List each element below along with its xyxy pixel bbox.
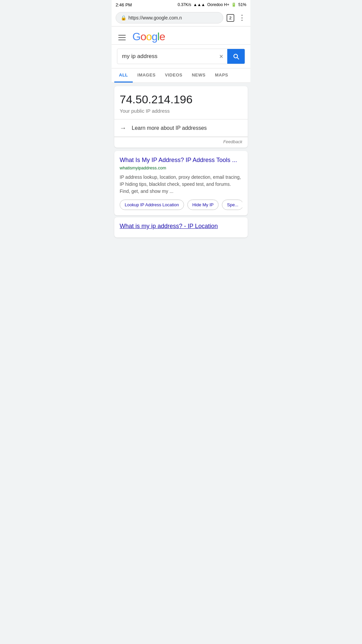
result-1-url: whatismyipaddress.com	[120, 165, 242, 170]
search-icon	[232, 53, 240, 60]
tab-videos[interactable]: VIDEOS	[160, 68, 187, 83]
tab-news[interactable]: NEWS	[187, 68, 210, 83]
url-text: https://www.google.com.n	[128, 15, 182, 20]
result-1-links: Lookup IP Address Location Hide My IP Sp…	[120, 200, 242, 210]
result-1-description: IP address lookup, location, proxy detec…	[120, 174, 242, 195]
tab-maps[interactable]: MAPS	[210, 68, 233, 83]
time-display: 2:46 PM	[116, 2, 132, 7]
learn-more-text: Learn more about IP addresses	[132, 125, 207, 131]
search-clear-button[interactable]: ×	[215, 53, 227, 60]
ip-address-value: 74.50.214.196	[120, 93, 242, 106]
search-result-2-partial: What is my ip address? - IP Location	[114, 217, 248, 237]
signal-icon: ▲▲▲	[193, 2, 205, 7]
result-2-title[interactable]: What is my ip address? - IP Location	[120, 223, 218, 229]
hamburger-menu[interactable]	[117, 34, 127, 42]
browser-chrome: 🔒 https://www.google.com.n 2 ⋮	[112, 9, 250, 26]
google-logo: Google	[132, 31, 165, 43]
search-input[interactable]	[117, 53, 215, 60]
result-link-hide[interactable]: Hide My IP	[187, 200, 219, 210]
tab-images[interactable]: IMAGES	[133, 68, 160, 83]
tabs-button[interactable]: 2	[227, 14, 234, 22]
learn-more-row[interactable]: → Learn more about IP addresses	[120, 119, 242, 137]
tab-all[interactable]: ALL	[114, 68, 133, 83]
feedback-row: Feedback	[114, 137, 248, 148]
lock-icon: 🔒	[121, 15, 126, 20]
battery-icon: 🔋	[231, 2, 236, 7]
result-link-lookup[interactable]: Lookup IP Address Location	[120, 200, 184, 210]
carrier-name: Ooredoo H+	[207, 2, 229, 7]
result-link-speed[interactable]: Spe...	[222, 200, 242, 210]
status-bar: 2:46 PM 0.37K/s ▲▲▲ Ooredoo H+ 🔋 51%	[112, 0, 250, 9]
search-tabs: ALL IMAGES VIDEOS NEWS MAPS	[112, 68, 250, 83]
url-bar[interactable]: 🔒 https://www.google.com.n	[116, 12, 223, 23]
status-right-icons: 0.37K/s ▲▲▲ Ooredoo H+ 🔋 51%	[178, 2, 246, 7]
search-submit-button[interactable]	[227, 49, 245, 64]
network-speed: 0.37K/s	[178, 2, 191, 7]
feedback-link[interactable]: Feedback	[223, 139, 242, 144]
search-area: ×	[112, 45, 250, 68]
ip-address-label: Your public IP address	[120, 108, 242, 114]
result-1-title[interactable]: What Is My IP Address? IP Address Tools …	[120, 156, 242, 164]
google-header: Google	[112, 26, 250, 45]
status-time: 2:46 PM	[116, 2, 132, 7]
search-result-1: What Is My IP Address? IP Address Tools …	[114, 151, 248, 215]
battery-percent: 51%	[238, 2, 246, 7]
arrow-icon: →	[120, 124, 126, 132]
more-options-button[interactable]: ⋮	[238, 13, 246, 22]
ip-result-card: 74.50.214.196 Your public IP address → L…	[114, 86, 248, 148]
search-box: ×	[117, 49, 245, 64]
